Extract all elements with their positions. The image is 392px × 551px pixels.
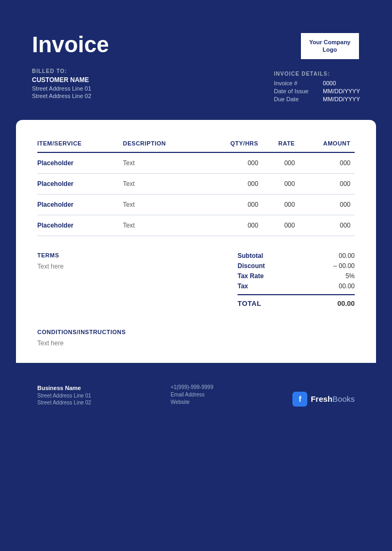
fb-name-part2: Books [332, 394, 355, 403]
totals-divider [238, 294, 355, 295]
row-amount: 000 [299, 215, 355, 236]
row-item: Placeholder [37, 194, 123, 215]
subtotal-value: 00.00 [317, 252, 355, 260]
subtotal-label: Subtotal [238, 252, 285, 260]
customer-name: CUSTOMER NAME [32, 76, 109, 84]
date-of-issue-value: MM/DD/YYYY [323, 88, 360, 94]
tax-row: Tax 00.00 [238, 282, 355, 290]
discount-row: Discount – 00.00 [238, 262, 355, 270]
col-qty: QTY/HRS [206, 136, 263, 152]
discount-value: – 00.00 [317, 262, 355, 270]
row-item: Placeholder [37, 215, 123, 236]
table-row: Placeholder Text 000 000 000 [37, 152, 355, 174]
footer-address1: Street Address Line 01 [37, 393, 91, 399]
fb-icon-letter: f [299, 395, 301, 403]
terms-text: Text here [37, 263, 63, 270]
footer-right: f FreshBooks [292, 392, 355, 407]
row-rate: 000 [263, 173, 299, 194]
row-description: Text [123, 215, 206, 236]
footer-email: Email Address [170, 392, 213, 398]
due-date-label: Due Date [274, 96, 316, 102]
date-of-issue-label: Date of Issue [274, 88, 316, 94]
conditions-text: Text here [37, 339, 355, 347]
row-qty: 000 [206, 173, 263, 194]
address-line2: Street Address Line 02 [32, 93, 109, 99]
row-rate: 000 [263, 215, 299, 236]
col-rate: RATE [263, 136, 299, 152]
tax-value: 00.00 [317, 282, 355, 290]
terms-totals-section: TERMS Text here Subtotal 00.00 Discount … [37, 252, 355, 307]
footer-address2: Street Address Line 02 [37, 400, 91, 406]
row-qty: 000 [206, 194, 263, 215]
logo-text-line2: Logo [309, 46, 350, 53]
invoice-details-label: INVOICE DETAILS: [274, 71, 360, 77]
freshbooks-logo: f FreshBooks [292, 392, 355, 407]
conditions-section: CONDITIONS/INSTRUCTIONS Text here [37, 323, 355, 347]
table-row: Placeholder Text 000 000 000 [37, 173, 355, 194]
row-amount: 000 [299, 173, 355, 194]
tax-rate-label: Tax Rate [238, 272, 285, 280]
row-item: Placeholder [37, 152, 123, 174]
invoice-title: Invoice [32, 32, 109, 58]
table-row: Placeholder Text 000 000 000 [37, 194, 355, 215]
invoice-header: Invoice BILLED TO: CUSTOMER NAME Street … [11, 16, 381, 120]
terms-section: TERMS Text here [37, 252, 63, 270]
footer-phone: +1(999)-999-9999 [170, 384, 213, 390]
row-amount: 000 [299, 152, 355, 174]
header-right: Your Company Logo INVOICE DETAILS: Invoi… [274, 32, 360, 104]
total-value: 00.00 [337, 299, 355, 307]
subtotal-row: Subtotal 00.00 [238, 252, 355, 260]
row-description: Text [123, 152, 206, 174]
header-left: Invoice BILLED TO: CUSTOMER NAME Street … [32, 32, 109, 100]
tax-rate-value: 5% [317, 272, 355, 280]
invoice-number-value: 0000 [323, 80, 336, 86]
invoice-number-row: Invoice # 0000 [274, 80, 360, 86]
due-date-row: Due Date MM/DD/YYYY [274, 96, 360, 102]
tax-label: Tax [238, 282, 285, 290]
tax-rate-row: Tax Rate 5% [238, 272, 355, 280]
discount-label: Discount [238, 262, 285, 270]
footer-left: Business Name Street Address Line 01 Str… [37, 385, 91, 407]
freshbooks-name: FreshBooks [311, 394, 355, 404]
billed-to-label: BILLED TO: [32, 68, 109, 74]
row-amount: 000 [299, 194, 355, 215]
due-date-value: MM/DD/YYYY [323, 96, 360, 102]
freshbooks-icon: f [292, 392, 307, 407]
logo-text-line1: Your Company [309, 38, 350, 46]
table-row: Placeholder Text 000 000 000 [37, 215, 355, 236]
totals-section: Subtotal 00.00 Discount – 00.00 Tax Rate… [238, 252, 355, 307]
invoice-footer: Business Name Street Address Line 01 Str… [16, 374, 376, 417]
row-item: Placeholder [37, 173, 123, 194]
terms-label: TERMS [37, 252, 63, 258]
invoice-details: INVOICE DETAILS: Invoice # 0000 Date of … [274, 71, 360, 104]
company-logo: Your Company Logo [300, 32, 360, 60]
row-qty: 000 [206, 215, 263, 236]
invoice-table: ITEM/SERVICE DESCRIPTION QTY/HRS RATE AM… [37, 136, 355, 236]
row-rate: 000 [263, 152, 299, 174]
footer-center: +1(999)-999-9999 Email Address Website [170, 384, 213, 407]
main-content: ITEM/SERVICE DESCRIPTION QTY/HRS RATE AM… [16, 120, 376, 363]
total-label: TOTAL [238, 299, 262, 307]
footer-business-name: Business Name [37, 385, 91, 391]
row-rate: 000 [263, 194, 299, 215]
col-item: ITEM/SERVICE [37, 136, 123, 152]
invoice-number-label: Invoice # [274, 80, 316, 86]
row-description: Text [123, 173, 206, 194]
row-description: Text [123, 194, 206, 215]
footer-website: Website [170, 399, 213, 405]
total-row: TOTAL 00.00 [238, 299, 355, 307]
col-description: DESCRIPTION [123, 136, 206, 152]
address-line1: Street Address Line 01 [32, 85, 109, 92]
row-qty: 000 [206, 152, 263, 174]
conditions-label: CONDITIONS/INSTRUCTIONS [37, 329, 355, 335]
invoice-page: Invoice BILLED TO: CUSTOMER NAME Street … [11, 16, 381, 417]
date-of-issue-row: Date of Issue MM/DD/YYYY [274, 88, 360, 94]
col-amount: AMOUNT [299, 136, 355, 152]
fb-name-part1: Fresh [311, 394, 332, 403]
